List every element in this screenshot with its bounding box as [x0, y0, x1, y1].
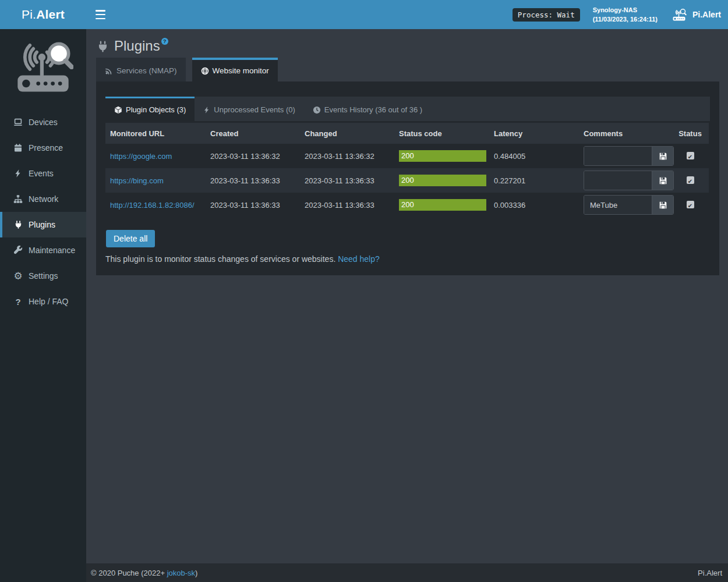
website-monitor-panel: Plugin Objects (3) Unprocessed Events (0… — [96, 81, 719, 275]
copyright-close: ) — [195, 569, 197, 577]
sidebar-item-label: Settings — [29, 271, 58, 281]
pialert-mini-logo-icon — [670, 8, 688, 22]
sidebar-item-events[interactable]: Events — [0, 161, 86, 186]
plugin-table-body: https://google.com 2023-03-11 13:36:32 2… — [105, 144, 709, 217]
pialert-logo — [13, 37, 73, 98]
plugin-tabs: Services (NMAP) Website monitor — [96, 58, 728, 81]
sitemap-icon — [12, 194, 24, 204]
brand-bold: Alert — [36, 8, 65, 22]
copyright-text: © 2020 Puche (2022+ — [91, 569, 167, 577]
sidebar-item-plugins[interactable]: Plugins — [0, 212, 86, 237]
save-comment-button[interactable] — [652, 196, 673, 214]
need-help-link[interactable]: Need help? — [338, 254, 380, 264]
status-checkbox[interactable]: ✔ — [687, 176, 694, 184]
help-badge[interactable]: ? — [161, 38, 168, 45]
question-icon: ? — [12, 297, 24, 307]
col-status: Status — [672, 123, 709, 144]
monitored-url-link[interactable]: https://bing.com — [110, 176, 164, 185]
status-code-badge: 200 — [399, 199, 486, 211]
status-checkbox[interactable]: ✔ — [687, 152, 694, 159]
status-code-badge: 200 — [399, 175, 486, 186]
sidebar-item-label: Network — [29, 194, 58, 204]
plug-icon — [12, 220, 24, 229]
table-row: https://google.com 2023-03-11 13:36:32 2… — [105, 144, 709, 168]
navbar: Pi.Alert Process: Wait Synology-NAS (11/… — [0, 0, 728, 29]
col-status-code: Status code — [394, 123, 489, 144]
monitored-url-link[interactable]: https://google.com — [110, 152, 172, 161]
comment-input[interactable] — [584, 171, 652, 190]
jokob-sk-link[interactable]: jokob-sk — [167, 569, 195, 577]
sidebar-item-help-faq[interactable]: ? Help / FAQ — [0, 289, 86, 314]
save-icon — [659, 152, 667, 161]
comment-input[interactable] — [584, 196, 652, 214]
page-title: Plugins — [114, 38, 160, 54]
changed-cell: 2023-03-11 13:36:32 — [300, 144, 394, 168]
host-info: Synology-NAS (11/03/2023, 16:24:11) — [593, 5, 658, 24]
sidebar-toggle-icon[interactable] — [96, 10, 108, 19]
table-header-row: Monitored URL Created Changed Status cod… — [105, 123, 709, 144]
changed-cell: 2023-03-11 13:36:33 — [300, 193, 394, 217]
tab-unprocessed-events[interactable]: Unprocessed Events (0) — [195, 97, 303, 121]
sidebar-item-label: Events — [29, 169, 54, 178]
sidebar-item-label: Help / FAQ — [29, 297, 68, 306]
col-comments: Comments — [579, 123, 672, 144]
table-row: http://192.168.1.82:8086/ 2023-03-11 13:… — [105, 193, 709, 217]
tab-label: Plugin Objects (3) — [126, 105, 186, 114]
sidebar-menu: Devices Presence Events Network Plugins — [0, 109, 86, 314]
tab-label: Website monitor — [213, 66, 269, 75]
sidebar-item-devices[interactable]: Devices — [0, 109, 86, 135]
sidebar-item-label: Devices — [29, 118, 58, 127]
sidebar-item-presence[interactable]: Presence — [0, 135, 86, 161]
tab-label: Events History (36 out of 36 ) — [324, 105, 422, 114]
comment-input[interactable] — [584, 147, 652, 165]
plugin-objects-table: Monitored URL Created Changed Status cod… — [105, 123, 709, 217]
latency-cell: 0.227201 — [489, 168, 579, 193]
calendar-icon — [12, 143, 24, 152]
col-latency: Latency — [489, 123, 579, 144]
brand-pre: Pi. — [22, 8, 36, 22]
brand-logo[interactable]: Pi.Alert — [0, 0, 86, 29]
tab-website-monitor[interactable]: Website monitor — [192, 58, 278, 81]
sidebar-item-network[interactable]: Network — [0, 186, 86, 212]
navbar-app[interactable]: Pi.Alert — [670, 8, 721, 22]
panel-tabs: Plugin Objects (3) Unprocessed Events (0… — [105, 97, 710, 121]
tab-services-nmap[interactable]: Services (NMAP) — [96, 58, 186, 81]
comment-input-group — [584, 146, 674, 166]
content-wrapper: Plugins ? Services (NMAP) Website monito… — [86, 29, 728, 563]
col-changed: Changed — [300, 123, 394, 144]
save-comment-button[interactable] — [652, 147, 673, 165]
comment-input-group — [584, 171, 674, 190]
table-row: https://bing.com 2023-03-11 13:36:33 202… — [105, 168, 709, 193]
status-checkbox[interactable]: ✔ — [687, 201, 694, 208]
created-cell: 2023-03-11 13:36:32 — [206, 144, 300, 168]
delete-all-button[interactable]: Delete all — [106, 230, 155, 247]
sidebar-item-label: Plugins — [29, 220, 55, 229]
hint-text: This plugin is to monitor status changes… — [105, 254, 335, 264]
globe-icon — [201, 67, 209, 75]
footer: © 2020 Puche (2022+ jokob-sk) Pi.Alert — [86, 563, 728, 582]
sidebar-item-settings[interactable]: ⚙ Settings — [0, 263, 86, 289]
sidebar: Devices Presence Events Network Plugins — [0, 29, 86, 582]
sidebar-item-label: Maintenance — [29, 246, 75, 255]
changed-cell: 2023-03-11 13:36:33 — [300, 168, 394, 193]
host-timestamp: (11/03/2023, 16:24:11) — [593, 15, 658, 24]
save-icon — [659, 176, 667, 185]
monitored-url-link[interactable]: http://192.168.1.82:8086/ — [110, 201, 195, 210]
plugin-hint: This plugin is to monitor status changes… — [105, 254, 710, 264]
save-comment-button[interactable] — [652, 171, 673, 190]
sidebar-item-maintenance[interactable]: Maintenance — [0, 237, 86, 263]
tab-plugin-objects[interactable]: Plugin Objects (3) — [105, 97, 195, 121]
col-monitored-url: Monitored URL — [105, 123, 206, 144]
created-cell: 2023-03-11 13:36:33 — [206, 193, 300, 217]
process-status-badge: Process: Wait — [513, 8, 580, 22]
signal-icon — [105, 67, 113, 75]
gear-icon: ⚙ — [12, 271, 24, 281]
sidebar-item-label: Presence — [29, 143, 63, 152]
tab-events-history[interactable]: Events History (36 out of 36 ) — [304, 97, 431, 121]
laptop-icon — [12, 118, 24, 127]
tab-label: Unprocessed Events (0) — [214, 105, 295, 114]
host-name: Synology-NAS — [593, 5, 658, 15]
page-header: Plugins ? — [86, 29, 728, 58]
clock-icon — [313, 106, 321, 114]
col-created: Created — [206, 123, 300, 144]
